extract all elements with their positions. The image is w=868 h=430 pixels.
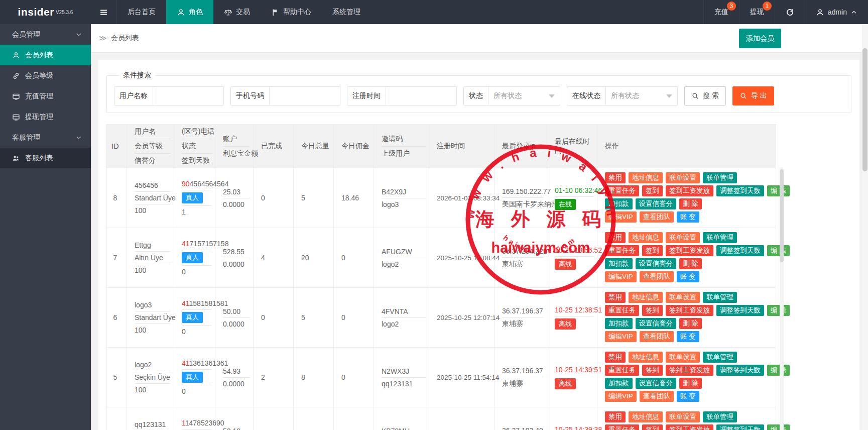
action-delete-button[interactable]: 删 除 — [679, 378, 702, 389]
nav-item-withdraw[interactable]: 提现1 — [739, 0, 775, 24]
action-add-deduct-button[interactable]: 加扣款 — [605, 378, 633, 389]
action-reset-task-button[interactable]: 重置任务 — [605, 365, 639, 376]
sidebar-item-member-list[interactable]: 会员列表 — [0, 45, 91, 65]
action-edit-button[interactable]: 编 辑 — [767, 305, 790, 316]
action-order-manage-button[interactable]: 联单管理 — [703, 172, 737, 183]
sidebar-item-service-list[interactable]: 客服列表 — [0, 148, 91, 168]
user-menu[interactable]: admin — [805, 0, 868, 24]
action-sign-in-button[interactable]: 签到 — [642, 185, 663, 196]
action-sign-in-button[interactable]: 签到 — [642, 424, 663, 430]
action-address-info-button[interactable]: 地址信息 — [629, 292, 663, 303]
action-address-info-button[interactable]: 地址信息 — [629, 172, 663, 183]
action-edit-button[interactable]: 编 辑 — [767, 185, 790, 196]
action-edit-button[interactable]: 编 辑 — [767, 424, 790, 430]
nav-item-role[interactable]: 角色 — [166, 0, 213, 24]
action-sign-in-button[interactable]: 签到 — [642, 365, 663, 376]
action-account-change-button[interactable]: 账 变 — [677, 331, 699, 342]
sidebar-group-member-management[interactable]: 会员管理 — [0, 24, 91, 45]
nav-item-help-center[interactable]: 帮助中心 — [261, 0, 322, 24]
phone-input[interactable] — [270, 87, 340, 105]
action-disable-button[interactable]: 禁用 — [605, 232, 626, 243]
action-edit-vip-button[interactable]: 编辑VIP — [605, 391, 637, 402]
action-account-change-button[interactable]: 账 变 — [677, 271, 699, 282]
page-scrollbar-thumb[interactable] — [862, 48, 867, 171]
reg-time-input[interactable] — [386, 87, 456, 105]
refresh-button[interactable] — [775, 0, 805, 24]
action-disable-button[interactable]: 禁用 — [605, 411, 626, 422]
action-edit-button[interactable]: 编 辑 — [767, 365, 790, 376]
sidebar-item-recharge-management[interactable]: 充值管理 — [0, 86, 91, 106]
action-reset-task-button[interactable]: 重置任务 — [605, 424, 639, 430]
status-select[interactable]: 所有状态 — [488, 87, 560, 105]
action-view-team-button[interactable]: 查看团队 — [640, 211, 674, 223]
action-adjust-signin-days-button[interactable]: 调整签到天数 — [716, 305, 764, 316]
action-order-settings-button[interactable]: 联单设置 — [666, 411, 700, 422]
action-account-change-button[interactable]: 账 变 — [677, 211, 699, 223]
action-delete-button[interactable]: 删 除 — [679, 318, 702, 329]
sidebar-item-withdraw-management[interactable]: 提现管理 — [0, 106, 91, 127]
action-address-info-button[interactable]: 地址信息 — [629, 232, 663, 243]
action-adjust-signin-days-button[interactable]: 调整签到天数 — [716, 424, 764, 430]
action-disable-button[interactable]: 禁用 — [605, 172, 626, 183]
column-header: (区号)电话状态签到天数 — [174, 125, 215, 168]
action-view-team-button[interactable]: 查看团队 — [640, 271, 674, 282]
action-order-settings-button[interactable]: 联单设置 — [666, 172, 700, 183]
nav-item-system[interactable]: 系统管理 — [322, 0, 371, 24]
action-order-manage-button[interactable]: 联单管理 — [703, 352, 737, 363]
action-order-manage-button[interactable]: 联单管理 — [703, 292, 737, 303]
action-set-credit-button[interactable]: 设置信誉分 — [636, 318, 677, 329]
action-signin-salary-button[interactable]: 签到工资发放 — [666, 305, 713, 316]
action-disable-button[interactable]: 禁用 — [605, 292, 626, 303]
sidebar-item-member-level[interactable]: 会员等级 — [0, 65, 91, 86]
username-input[interactable] — [153, 87, 223, 105]
action-edit-vip-button[interactable]: 编辑VIP — [605, 211, 637, 223]
page-scrollbar[interactable] — [862, 24, 868, 430]
action-adjust-signin-days-button[interactable]: 调整签到天数 — [716, 185, 764, 196]
sidebar-group-service-management[interactable]: 客服管理 — [0, 127, 91, 148]
action-address-info-button[interactable]: 地址信息 — [629, 411, 663, 422]
action-reset-task-button[interactable]: 重置任务 — [605, 305, 639, 316]
action-add-deduct-button[interactable]: 加扣款 — [605, 258, 633, 269]
action-edit-vip-button[interactable]: 编辑VIP — [605, 271, 637, 282]
action-order-settings-button[interactable]: 联单设置 — [666, 352, 700, 363]
action-view-team-button[interactable]: 查看团队 — [640, 331, 674, 342]
action-adjust-signin-days-button[interactable]: 调整签到天数 — [716, 365, 764, 376]
online-status-select[interactable]: 所有状态 — [606, 87, 677, 105]
action-reset-task-button[interactable]: 重置任务 — [605, 245, 639, 256]
export-button[interactable]: 导 出 — [732, 86, 774, 105]
add-member-button[interactable]: 添加会员 — [739, 29, 781, 48]
action-add-deduct-button[interactable]: 加扣款 — [605, 318, 633, 329]
collapse-menu-button[interactable] — [91, 0, 117, 24]
action-add-deduct-button[interactable]: 加扣款 — [605, 198, 633, 209]
action-sign-in-button[interactable]: 签到 — [642, 245, 663, 256]
action-account-change-button[interactable]: 账 变 — [677, 391, 699, 402]
action-edit-vip-button[interactable]: 编辑VIP — [605, 331, 637, 342]
nav-item-home[interactable]: 后台首页 — [117, 0, 166, 24]
table-scrollbar[interactable] — [780, 167, 784, 430]
action-view-team-button[interactable]: 查看团队 — [640, 391, 674, 402]
search-button[interactable]: 搜 索 — [684, 86, 726, 105]
action-adjust-signin-days-button[interactable]: 调整签到天数 — [716, 245, 764, 256]
action-order-manage-button[interactable]: 联单管理 — [703, 411, 737, 422]
action-order-settings-button[interactable]: 联单设置 — [666, 232, 700, 243]
action-set-credit-button[interactable]: 设置信誉分 — [636, 258, 677, 269]
table-row: 5logo2Seçkin Üye100411361361361真人054.930… — [107, 348, 776, 407]
action-reset-task-button[interactable]: 重置任务 — [605, 185, 639, 196]
action-address-info-button[interactable]: 地址信息 — [629, 352, 663, 363]
table-scrollbar-thumb[interactable] — [780, 169, 784, 262]
nav-item-recharge[interactable]: 充值3 — [703, 0, 739, 24]
action-edit-button[interactable]: 编 辑 — [767, 245, 790, 256]
action-disable-button[interactable]: 禁用 — [605, 352, 626, 363]
action-order-settings-button[interactable]: 联单设置 — [666, 292, 700, 303]
action-signin-salary-button[interactable]: 签到工资发放 — [666, 185, 713, 196]
action-signin-salary-button[interactable]: 签到工资发放 — [666, 365, 713, 376]
action-set-credit-button[interactable]: 设置信誉分 — [636, 198, 677, 209]
action-order-manage-button[interactable]: 联单管理 — [703, 232, 737, 243]
action-signin-salary-button[interactable]: 签到工资发放 — [666, 424, 713, 430]
action-set-credit-button[interactable]: 设置信誉分 — [636, 378, 677, 389]
nav-item-trade[interactable]: 交易 — [213, 0, 261, 24]
action-delete-button[interactable]: 删 除 — [679, 258, 702, 269]
action-sign-in-button[interactable]: 签到 — [642, 305, 663, 316]
action-delete-button[interactable]: 删 除 — [679, 198, 702, 209]
action-signin-salary-button[interactable]: 签到工资发放 — [666, 245, 713, 256]
